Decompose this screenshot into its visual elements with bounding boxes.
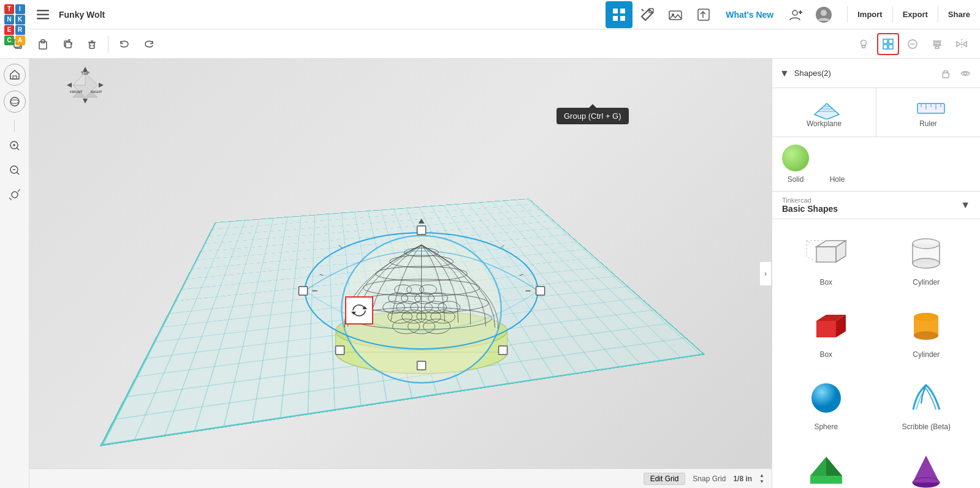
user-avatar-button[interactable] [810,1,837,28]
logo-n: N [4,15,14,24]
svg-marker-66 [99,83,104,88]
svg-line-130 [807,241,816,247]
hole-selector[interactable]: Hole [824,145,851,184]
shape-name-box-wireframe: Box [819,278,832,287]
canvas-area[interactable]: TOP FRONT RIGHT [29,59,772,468]
logo-k: K [15,15,25,24]
group-button[interactable] [877,33,899,55]
shape-item-cone[interactable]: Cone [880,443,973,488]
snap-up-arrow[interactable]: ▲ [759,473,764,479]
svg-point-97 [305,233,537,349]
svg-marker-65 [67,83,72,88]
workplane-label: Workplane [807,119,841,128]
import-button[interactable]: Import [848,6,892,23]
shapes-grid: Box Cylinder [772,219,980,488]
shape-item-cylinder-orange[interactable]: Cylinder [880,299,973,364]
tools-button[interactable] [634,1,661,28]
svg-rect-105 [417,226,425,235]
svg-point-115 [964,72,967,75]
lock-icon[interactable] [938,66,953,81]
svg-rect-2 [37,18,49,20]
rotate-cursor-indicator[interactable] [345,296,373,325]
logo-i: I [15,4,25,14]
svg-rect-0 [37,10,49,12]
whats-new-button[interactable]: What's New [721,7,778,22]
svg-rect-5 [613,16,618,21]
duplicate-button[interactable] [56,33,78,55]
shapes-arrow[interactable]: ▼ [780,68,789,79]
svg-rect-40 [935,47,939,48]
shape-name-scribble: Scribble (Beta) [902,422,951,431]
shape-item-box-red[interactable]: Box [780,299,873,364]
svg-line-7 [642,9,644,11]
gallery-button[interactable] [662,1,689,28]
workplane-button[interactable]: Workplane [772,88,876,137]
svg-rect-1 [37,13,49,15]
design-title-text: Funky Wolt [59,10,105,20]
shapes-bar: ▼ Shapes(2) [772,59,980,88]
align-button[interactable] [926,33,948,55]
zoom-in-button[interactable] [4,135,26,157]
svg-rect-6 [620,16,625,21]
ruler-button[interactable]: Ruler [876,88,980,137]
user-add-button[interactable] [782,1,809,28]
shape-item-box-wireframe[interactable]: Box [780,227,873,291]
logo-a: A [15,36,25,45]
svg-rect-38 [934,42,940,44]
panel-scroll-indicator[interactable]: › [759,261,772,286]
zoom-fit-button[interactable] [4,184,26,206]
svg-marker-63 [83,67,88,72]
logo-t: T [4,4,14,14]
orbit-button[interactable] [4,91,26,113]
view-cube[interactable]: TOP FRONT RIGHT [64,64,107,107]
ungroup-button[interactable] [902,33,924,55]
publish-button[interactable] [690,1,717,28]
scroll-chevron-icon[interactable]: › [759,261,772,286]
logo[interactable]: T I N K E R C A [0,0,29,29]
light-bulb-button[interactable] [853,33,875,55]
shape-item-cylinder-wireframe[interactable]: Cylinder [880,227,973,291]
snap-down-arrow[interactable]: ▼ [759,479,764,485]
export-button[interactable]: Export [892,6,938,23]
design-title[interactable]: Funky Wolt [59,10,105,20]
svg-rect-33 [889,45,893,49]
undo-button[interactable] [113,33,135,55]
redo-button[interactable] [138,33,160,55]
svg-rect-31 [883,39,887,43]
shapes-label: Shapes(2) [794,69,933,78]
grid-view-button[interactable] [606,1,632,28]
shape-item-sphere-blue[interactable]: Sphere [780,371,873,436]
top-navigation: T I N K E R C A Funky Wolt What's New [0,0,980,29]
zoom-out-button[interactable] [4,159,26,181]
hole-icon [824,145,851,171]
svg-text:FRONT: FRONT [70,90,83,94]
svg-rect-106 [298,287,307,295]
shape-item-scribble[interactable]: Scribble (Beta) [880,371,973,436]
svg-rect-3 [613,9,618,13]
edit-grid-button[interactable]: Edit Grid [644,473,686,485]
right-toolbar [853,33,973,55]
paste-button[interactable] [32,33,54,55]
mirror-button[interactable] [951,33,973,55]
snap-grid-label: Snap Grid [693,475,726,483]
visibility-icon[interactable] [958,66,973,81]
shape-item-roof[interactable]: Roof [780,443,873,488]
ruler-label: Ruler [919,119,937,128]
svg-line-101 [338,245,341,248]
3d-model[interactable] [292,162,550,395]
svg-point-137 [913,258,940,268]
left-panel [0,59,29,488]
delete-button[interactable] [81,33,103,55]
svg-line-56 [9,198,12,200]
home-view-button[interactable] [4,64,26,86]
status-bar: Edit Grid Snap Grid 1/8 in ▲ ▼ [29,468,772,488]
group-tooltip: Group (Ctrl + G) [556,108,629,124]
solid-selector[interactable]: Solid [782,145,809,184]
snap-grid-stepper[interactable]: ▲ ▼ [759,473,764,485]
share-button[interactable]: Share [938,6,980,23]
shapes-panel-header: Tinkercad Basic Shapes ▼ [772,192,980,219]
shapes-dropdown-arrow[interactable]: ▼ [960,200,970,211]
svg-rect-11 [698,9,709,20]
hamburger-button[interactable] [32,4,54,26]
svg-marker-151 [913,456,940,482]
